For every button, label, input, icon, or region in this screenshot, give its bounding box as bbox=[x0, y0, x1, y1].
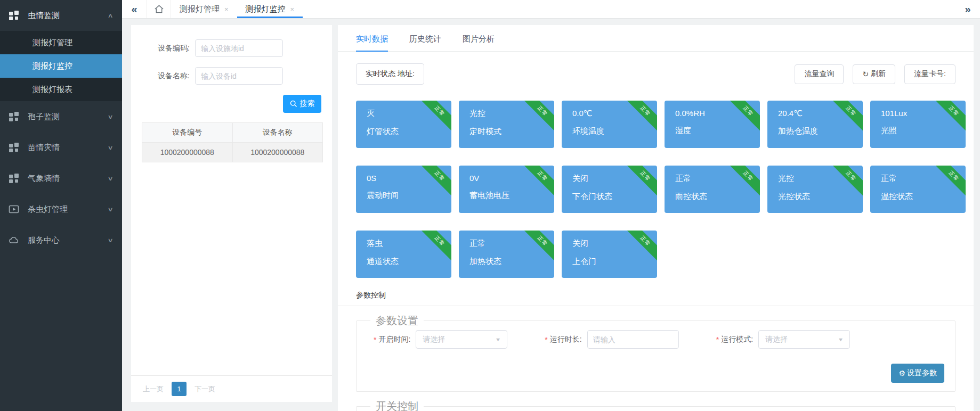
device-name-input[interactable] bbox=[195, 67, 283, 85]
grid-icon bbox=[9, 173, 20, 184]
chevron-down-icon: ∨ bbox=[107, 113, 113, 120]
open-time-label: 开启时间: bbox=[378, 335, 410, 344]
refresh-button[interactable]: ↻刷新 bbox=[853, 64, 895, 84]
grid-icon bbox=[9, 10, 20, 21]
home-tab[interactable] bbox=[147, 0, 171, 18]
traffic-card-button[interactable]: 流量卡号: bbox=[904, 64, 955, 84]
page-number-button[interactable]: 1 bbox=[172, 382, 187, 396]
param-settings-fieldset: 参数设置 * 开启时间: 请选择 ▼ * 运行时长: * 运行模式: 请选择 bbox=[356, 314, 955, 392]
device-code-label: 设备编码: bbox=[131, 44, 195, 53]
run-duration-label: 运行时长: bbox=[550, 335, 582, 344]
status-card-heating-chamber-temp: 正常 20.4℃ 加热仓温度 bbox=[767, 101, 863, 148]
card-label: 下仓门状态 bbox=[572, 192, 657, 202]
sidebar-item-insecticidal-lamp[interactable]: 杀虫灯管理 ∨ bbox=[0, 194, 122, 225]
sidebar-item-spore-monitoring[interactable]: 孢子监测 ∨ bbox=[0, 101, 122, 132]
card-label: 加热仓温度 bbox=[778, 126, 863, 136]
close-icon[interactable]: × bbox=[224, 5, 229, 13]
toolbar: 流量查询 ↻刷新 流量卡号: bbox=[795, 64, 955, 84]
status-card-temp-control: 正常 正常 温控状态 bbox=[870, 166, 966, 213]
close-icon[interactable]: × bbox=[290, 5, 295, 13]
sidebar-item-label: 杀虫灯管理 bbox=[28, 204, 68, 215]
grid-icon bbox=[9, 142, 20, 153]
search-button[interactable]: 搜索 bbox=[283, 95, 321, 113]
expand-tabs-button[interactable]: » bbox=[955, 0, 980, 18]
sidebar-subitem-lamp-monitoring[interactable]: 测报灯监控 bbox=[0, 54, 122, 78]
device-table-header-code: 设备编号 bbox=[142, 123, 233, 143]
card-label: 光控状态 bbox=[778, 192, 863, 202]
status-card-env-temperature: 正常 0.0℃ 环境温度 bbox=[562, 101, 657, 148]
sidebar-item-label: 气象墒情 bbox=[28, 174, 60, 184]
chevron-down-icon: ∨ bbox=[107, 144, 113, 151]
tab-lamp-management[interactable]: 测报灯管理 × bbox=[171, 0, 237, 18]
prev-page-button[interactable]: 上一页 bbox=[143, 384, 164, 394]
card-label: 通道状态 bbox=[367, 257, 451, 267]
tab-history-statistics[interactable]: 历史统计 bbox=[409, 34, 441, 51]
sidebar-subitem-lamp-management[interactable]: 测报灯管理 bbox=[0, 31, 122, 54]
search-button-label: 搜索 bbox=[300, 99, 315, 109]
card-label: 震动时间 bbox=[367, 191, 451, 201]
sidebar-item-seedling-disaster[interactable]: 苗情灾情 ∨ bbox=[0, 132, 122, 163]
sidebar: 虫情监测 ∧ 测报灯管理 测报灯监控 测报灯报表 孢子监测 ∨ 苗情灾情 ∨ 气… bbox=[0, 0, 122, 411]
device-table: 设备编号 设备名称 1000200000088 1000200000088 bbox=[142, 122, 323, 162]
chevron-down-icon: ∨ bbox=[107, 175, 113, 182]
refresh-icon: ↻ bbox=[862, 70, 869, 78]
sidebar-subitem-label: 测报灯报表 bbox=[33, 85, 72, 95]
sidebar-subitem-lamp-report[interactable]: 测报灯报表 bbox=[0, 78, 122, 101]
refresh-label: 刷新 bbox=[871, 69, 886, 79]
device-search-form: 设备编码: 设备名称: 搜索 bbox=[131, 25, 332, 122]
tab-bar: « 测报灯管理 × 测报灯监控 × » bbox=[122, 0, 980, 19]
traffic-query-button[interactable]: 流量查询 bbox=[795, 64, 844, 84]
tab-label: 测报灯管理 bbox=[180, 4, 220, 14]
device-code-input[interactable] bbox=[195, 39, 283, 57]
chevron-down-icon: ∨ bbox=[107, 206, 113, 213]
tab-realtime-data[interactable]: 实时数据 bbox=[356, 34, 388, 52]
run-mode-select[interactable]: 请选择 ▼ bbox=[758, 330, 850, 349]
device-name-label: 设备名称: bbox=[131, 71, 195, 81]
sidebar-subitem-label: 测报灯监控 bbox=[33, 61, 72, 71]
device-table-header-name: 设备名称 bbox=[232, 123, 323, 143]
device-detail-panel: 实时数据 历史统计 图片分析 实时状态 地址: 流量查询 ↻刷新 流量卡号: 正… bbox=[338, 25, 974, 411]
card-label: 环境温度 bbox=[572, 126, 657, 136]
home-icon bbox=[154, 4, 164, 14]
status-toolbar-row: 实时状态 地址: 流量查询 ↻刷新 流量卡号: bbox=[356, 63, 955, 85]
next-page-button[interactable]: 下一页 bbox=[195, 384, 215, 394]
table-row[interactable]: 1000200000088 1000200000088 bbox=[142, 143, 323, 162]
device-code-cell: 1000200000088 bbox=[142, 143, 233, 162]
status-card-lower-door: 正常 关闭 下仓门状态 bbox=[562, 166, 657, 213]
caret-down-icon: ▼ bbox=[838, 337, 844, 342]
open-time-select[interactable]: 请选择 ▼ bbox=[416, 330, 507, 349]
run-duration-input[interactable] bbox=[587, 330, 679, 349]
tab-lamp-monitoring[interactable]: 测报灯监控 × bbox=[237, 0, 303, 18]
card-label: 温控状态 bbox=[881, 192, 966, 202]
cloud-icon bbox=[9, 235, 20, 245]
run-mode-label: 运行模式: bbox=[721, 335, 753, 344]
collapse-sidebar-button[interactable]: « bbox=[122, 0, 147, 18]
status-card-rain-control: 正常 正常 雨控状态 bbox=[665, 166, 760, 213]
card-label: 加热状态 bbox=[469, 257, 554, 267]
select-placeholder: 请选择 bbox=[765, 335, 788, 344]
param-settings-form: * 开启时间: 请选择 ▼ * 运行时长: * 运行模式: 请选择 ▼ bbox=[364, 330, 947, 349]
detail-tabs: 实时数据 历史统计 图片分析 bbox=[338, 25, 974, 52]
device-name-cell: 1000200000088 bbox=[232, 143, 323, 162]
switch-control-fieldset: 开关控制 关 ✓同步 bbox=[356, 399, 955, 411]
sidebar-item-weather-soil[interactable]: 气象墒情 ∨ bbox=[0, 163, 122, 194]
required-mark: * bbox=[545, 335, 547, 344]
caret-down-icon: ▼ bbox=[495, 337, 501, 342]
set-params-button[interactable]: ⚙设置参数 bbox=[891, 364, 944, 383]
status-card-humidity: 正常 0.0%RH 湿度 bbox=[665, 101, 760, 148]
pagination: 上一页 1 下一页 bbox=[131, 375, 332, 402]
grid-icon bbox=[9, 111, 20, 122]
status-cards-grid: 正常 灭 灯管状态 正常 光控 定时模式 正常 0.0℃ 环境温度 正常 0.0… bbox=[356, 101, 974, 278]
required-mark: * bbox=[374, 335, 376, 344]
status-card-light-control: 正常 光控 光控状态 bbox=[767, 166, 863, 213]
sidebar-item-label: 虫情监测 bbox=[28, 11, 60, 21]
sidebar-item-service-center[interactable]: 服务中心 ∨ bbox=[0, 225, 122, 256]
status-card-battery-voltage: 正常 0V 蓄电池电压 bbox=[459, 166, 554, 213]
realtime-status-address: 实时状态 地址: bbox=[356, 63, 424, 85]
sidebar-item-label: 服务中心 bbox=[28, 235, 60, 245]
status-card-channel: 正常 落虫 通道状态 bbox=[356, 231, 451, 278]
sidebar-item-insect-monitoring[interactable]: 虫情监测 ∧ bbox=[0, 0, 122, 31]
tab-image-analysis[interactable]: 图片分析 bbox=[463, 34, 495, 51]
tab-label: 测报灯监控 bbox=[246, 4, 286, 14]
select-placeholder: 请选择 bbox=[423, 335, 445, 344]
